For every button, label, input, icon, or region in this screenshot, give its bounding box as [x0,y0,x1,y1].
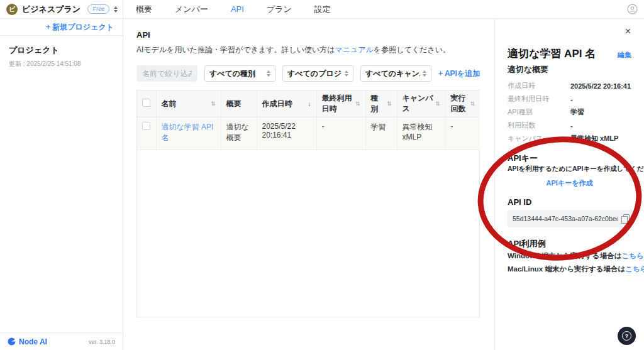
select-all-checkbox[interactable] [142,99,150,107]
column-header-runs: 実行回数 [451,93,469,114]
api-table-container: 名前⇅ 概要 作成日時↓ 最終利用日時⇅ 種別⇅ キャンバス⇅ 実行回数⇅ 適切… [136,90,480,317]
create-api-key-row: APIキーを作成 [495,178,644,188]
cell-type: 学習 [365,118,397,150]
cell-runs: - [445,118,480,150]
sort-descending-icon[interactable]: ↓ [308,101,311,107]
api-detail-panel: × 適切な学習 API 名 編集 適切な概要 作成日時 2025/5/22 20… [494,19,644,350]
usage-text: Mac/Linux 端末から実行する場合は [508,265,625,273]
new-project-row: + 新規プロジェクト [0,19,123,36]
detail-value: 2025/5/22 20:16:41 [570,82,631,90]
main-content: API AIモデルを用いた推論・学習ができます。詳しい使い方はマニュアルを参照し… [123,19,494,350]
description-text: AIモデルを用いた推論・学習ができます。詳しい使い方は [136,45,335,54]
workspace-chevron-icon[interactable] [114,6,118,13]
api-table: 名前⇅ 概要 作成日時↓ 最終利用日時⇅ 種別⇅ キャンバス⇅ 実行回数⇅ 適切… [137,90,480,150]
edit-button[interactable]: 編集 [618,50,631,60]
canvas-filter-value: すべてのキャンバス [365,68,420,79]
column-header-summary: 概要 [226,99,242,109]
project-filter-value: すべてのプロジェク [287,68,342,79]
table-header-row: 名前⇅ 概要 作成日時↓ 最終利用日時⇅ 種別⇅ キャンバス⇅ 実行回数⇅ [137,90,480,118]
chevron-down-icon [114,10,118,13]
panel-title-row: 適切な学習 API 名 編集 [508,46,631,61]
workspace-switcher[interactable]: ビ ビジネスプラン Free [0,0,123,19]
copy-icon[interactable] [621,214,629,223]
detail-row-created: 作成日時 2025/5/22 20:16:41 [508,79,633,92]
select-chevron-icon [345,70,348,77]
cell-canvas: 異常検知 xMLP [397,118,445,150]
select-chevron-icon [423,70,426,77]
detail-row-run-count: 利用回数 - [508,119,633,132]
sidebar-footer: Node AI ver. 3.18.0 [0,332,123,350]
column-header-canvas: キャンバス [402,93,434,114]
api-id-section-title: API ID [508,197,531,207]
column-header-created: 作成日時 [262,99,292,109]
node-ai-logo-text: Node AI [19,337,86,346]
type-filter-select[interactable]: すべての種別 [204,65,275,82]
top-navigation: 概要 メンバー API プラン 設定 [123,0,644,19]
api-name-link[interactable]: 適切な学習 API 名 [162,123,214,142]
description-text-suffix: を参照してください。 [374,45,450,54]
usage-line-mac-linux: Mac/Linux 端末から実行する場合はこちら [508,265,644,274]
sort-icon[interactable]: ⇅ [387,101,392,107]
usage-line-windows: Windows 端末から実行する場合はこちら [508,251,644,261]
sort-icon[interactable]: ⇅ [211,101,216,107]
cell-summary: 適切な概要 [221,118,257,150]
sort-icon[interactable]: ⇅ [470,101,475,107]
detail-value: - [570,96,573,103]
tab-api[interactable]: API [231,4,244,14]
api-id-box: 55d13444-a47c-453a-a07a-62c0bec0b71a [508,210,634,227]
table-row[interactable]: 適切な学習 API 名 適切な概要 2025/5/22 20:16:41 - 学… [137,118,480,150]
create-api-key-button[interactable]: APIキーを作成 [547,179,593,187]
tab-overview[interactable]: 概要 [136,4,152,15]
user-account-button[interactable] [627,4,638,14]
sort-icon[interactable]: ⇅ [435,101,440,107]
manual-link[interactable]: マニュアル [335,45,374,54]
sort-icon[interactable]: ⇅ [355,101,360,107]
page-title: API [136,30,150,40]
windows-usage-link[interactable]: こちら [621,252,643,260]
detail-label: 作成日時 [508,81,570,90]
project-updated-timestamp: 更新 : 2025/2/25 14:51:08 [0,58,123,70]
mac-linux-usage-link[interactable]: こちら [625,265,644,273]
filter-bar: すべての種別 すべてのプロジェク すべてのキャンバス + APIを追加 [136,65,480,82]
api-detail-summary: 適切な概要 [508,64,548,75]
name-filter-input[interactable] [136,65,197,82]
chevron-up-icon [114,6,118,9]
tab-settings[interactable]: 設定 [314,4,331,15]
tab-plan[interactable]: プラン [267,4,292,15]
tab-members[interactable]: メンバー [175,4,208,15]
page-description: AIモデルを用いた推論・学習ができます。詳しい使い方はマニュアルを参照してくださ… [136,45,450,55]
cell-last-used: - [316,118,365,150]
row-checkbox[interactable] [142,122,150,130]
detail-value: 学習 [570,107,584,117]
column-header-type: 種別 [371,93,386,114]
column-header-name: 名前 [162,99,177,109]
detail-label: 利用回数 [508,121,570,130]
api-key-description: APIを利用するためにAPIキーを作成してください。 [508,165,644,173]
api-detail-title: 適切な学習 API 名 [508,46,596,61]
app-version: ver. 3.18.0 [89,339,115,345]
new-project-button[interactable]: + 新規プロジェクト [46,22,114,33]
close-icon[interactable]: × [625,26,631,36]
detail-row-api-type: API種別 学習 [508,106,633,119]
nav-tabs: 概要 メンバー API プラン 設定 [123,4,627,15]
detail-label: キャンバス [508,134,570,143]
user-icon [627,4,638,14]
api-usage-section-title: API利用例 [508,238,546,249]
workspace-avatar: ビ [6,4,18,15]
sidebar: ビ ビジネスプラン Free + 新規プロジェクト プロジェクト 更新 : 20… [0,0,123,350]
api-id-value: 55d13444-a47c-453a-a07a-62c0bec0b71a [513,215,618,222]
project-filter-select[interactable]: すべてのプロジェク [282,65,353,82]
project-section-title: プロジェクト [0,36,123,58]
add-api-button[interactable]: + APIを追加 [438,68,480,79]
detail-label: API種別 [508,107,570,117]
canvas-filter-select[interactable]: すべてのキャンバス [360,65,431,82]
node-ai-logo-icon [8,337,16,346]
column-header-last-used: 最終利用日時 [322,93,354,114]
cell-created: 2025/5/22 20:16:41 [257,118,316,150]
type-filter-value: すべての種別 [209,68,264,79]
api-key-section-title: APIキー [508,153,538,164]
detail-row-canvas: キャンバス 異常検知 xMLP [508,132,633,145]
detail-value: 異常検知 xMLP [570,134,618,143]
usage-text: Windows 端末から実行する場合は [508,252,621,260]
help-button[interactable]: ? [618,327,636,345]
